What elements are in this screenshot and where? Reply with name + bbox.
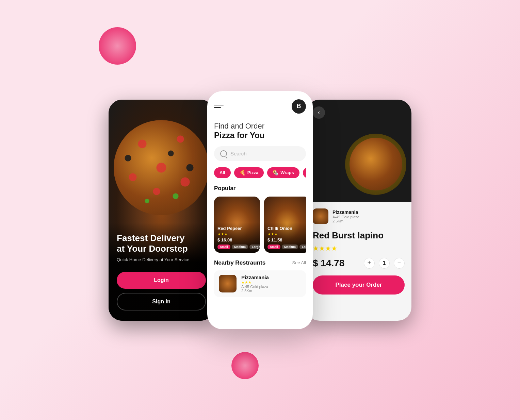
pizza-card-0-stars: ★★★ — [217, 232, 257, 236]
nearby-header: Nearby Restraunts See All — [214, 259, 306, 266]
quantity-minus-button[interactable]: − — [394, 258, 405, 269]
size-large-1[interactable]: Large — [299, 245, 306, 249]
popular-section-title: Popular — [214, 185, 306, 192]
detail-hero: ‹ — [306, 100, 411, 202]
category-pill-wraps[interactable]: 🌯 Wraps — [267, 167, 299, 178]
size-medium-1[interactable]: Medium — [282, 245, 298, 249]
phones-container: Fastest Delivery at Your Doorstep Quick … — [109, 91, 411, 329]
category-pills: All 🍕 Pizza 🌯 Wraps 🥤 Drinks — [214, 167, 306, 178]
pizza-pill-icon: 🍕 — [240, 170, 245, 175]
pizza-card-1-stars: ★★★ — [267, 232, 306, 236]
restaurant-mini-details: Pizzamania A-45 Gold plaza 2.5Km — [332, 209, 359, 223]
product-price: $ 14.78 — [313, 258, 344, 269]
size-small-1[interactable]: Small — [267, 245, 280, 249]
hamburger-menu[interactable] — [214, 105, 224, 108]
quantity-plus-button[interactable]: + — [364, 258, 375, 269]
place-order-button[interactable]: Place your Order — [313, 275, 405, 295]
size-medium-0[interactable]: Medium — [232, 245, 248, 249]
restaurant-mini-address: A-45 Gold plaza — [332, 215, 359, 219]
category-pill-pizza[interactable]: 🍕 Pizza — [234, 167, 264, 178]
pizza-card-1[interactable]: Chilli Onion ★★★ $ 11.58 Small Medium La… — [264, 197, 306, 253]
search-icon — [220, 150, 227, 157]
restaurant-info-0: Pizzamania ★★★ A-45 Gold plaza 2.5Km — [241, 274, 269, 293]
category-pill-all[interactable]: All — [214, 167, 231, 178]
pizza-card-1-price: $ 11.58 — [267, 237, 306, 242]
pizza-card-0-overlay: Red Pepeer ★★★ $ 16.08 Small Medium Larg… — [214, 222, 260, 253]
title-line1: Find and Order — [214, 122, 306, 131]
restaurant-distance-0: 2.5Km — [241, 289, 269, 293]
pizza-card-0-name: Red Pepeer — [217, 226, 257, 231]
restaurant-name-0: Pizzamania — [241, 274, 269, 280]
hamburger-line-2 — [214, 107, 221, 108]
restaurant-thumb-0 — [219, 275, 237, 292]
size-small-0[interactable]: Small — [217, 245, 230, 249]
search-placeholder: Search — [230, 151, 247, 156]
main-screen-content: B Find and Order Pizza for You Search Al… — [207, 91, 313, 329]
see-all-button[interactable]: See All — [292, 260, 306, 265]
phone-detail-screen: ‹ Pizzamania A-45 Gold plaza 2.5Km Red B… — [306, 100, 411, 321]
phone-login-screen: Fastest Delivery at Your Doorstep Quick … — [109, 100, 214, 321]
pizza-card-0[interactable]: Red Pepeer ★★★ $ 16.08 Small Medium Larg… — [214, 197, 260, 253]
decorative-circle-top — [99, 27, 136, 65]
login-button[interactable]: Login — [117, 272, 206, 289]
hamburger-line-1 — [214, 105, 224, 106]
title-line2: Pizza for You — [214, 131, 306, 140]
wooden-board — [345, 134, 406, 195]
pizza-card-0-sizes: Small Medium Large — [217, 245, 257, 249]
detail-restaurant-mini: Pizzamania A-45 Gold plaza 2.5Km — [313, 208, 405, 224]
back-button[interactable]: ‹ — [313, 106, 325, 119]
restaurant-stars-0: ★★★ — [241, 280, 269, 285]
product-stars: ★★★★ — [313, 244, 405, 252]
user-avatar[interactable]: B — [292, 99, 306, 114]
detail-info: Pizzamania A-45 Gold plaza 2.5Km Red Bur… — [306, 202, 411, 303]
signin-button[interactable]: Sign in — [117, 293, 206, 310]
quantity-control: + 1 − — [364, 258, 405, 269]
restaurant-address-0: A-45 Gold plaza — [241, 285, 269, 289]
search-bar[interactable]: Search — [214, 146, 306, 161]
restaurant-mini-thumb — [313, 208, 328, 224]
popular-cards-list: Red Pepeer ★★★ $ 16.08 Small Medium Larg… — [214, 197, 306, 253]
nearby-section-title: Nearby Restraunts — [214, 259, 265, 266]
wraps-pill-icon: 🌯 — [273, 170, 278, 175]
pizza-card-1-name: Chilli Onion — [267, 226, 306, 231]
product-name: Red Burst lapino — [313, 230, 405, 241]
pizza-card-0-price: $ 16.08 — [217, 237, 257, 242]
product-price-row: $ 14.78 + 1 − — [313, 258, 405, 269]
pizza-image — [114, 120, 209, 215]
decorative-circle-bottom — [231, 352, 259, 379]
category-pill-drinks[interactable]: 🥤 Drinks — [303, 167, 306, 178]
main-title: Find and Order Pizza for You — [214, 122, 306, 140]
size-large-0[interactable]: Large — [249, 245, 260, 249]
login-subtitle: Quick Home Delivery at Your Service — [117, 257, 206, 262]
pizza-card-1-overlay: Chilli Onion ★★★ $ 11.58 Small Medium La… — [264, 222, 306, 253]
restaurant-card-0[interactable]: Pizzamania ★★★ A-45 Gold plaza 2.5Km — [214, 270, 306, 297]
pizza-card-1-sizes: Small Medium Large — [267, 245, 306, 249]
phone-main-screen: B Find and Order Pizza for You Search Al… — [207, 91, 313, 329]
main-header: B — [214, 99, 306, 114]
login-headline: Fastest Delivery at Your Doorstep — [117, 233, 206, 254]
quantity-number: 1 — [379, 258, 390, 269]
restaurant-mini-name: Pizzamania — [332, 209, 359, 215]
restaurant-mini-distance: 2.5Km — [332, 219, 359, 223]
login-content: Fastest Delivery at Your Doorstep Quick … — [109, 223, 214, 320]
